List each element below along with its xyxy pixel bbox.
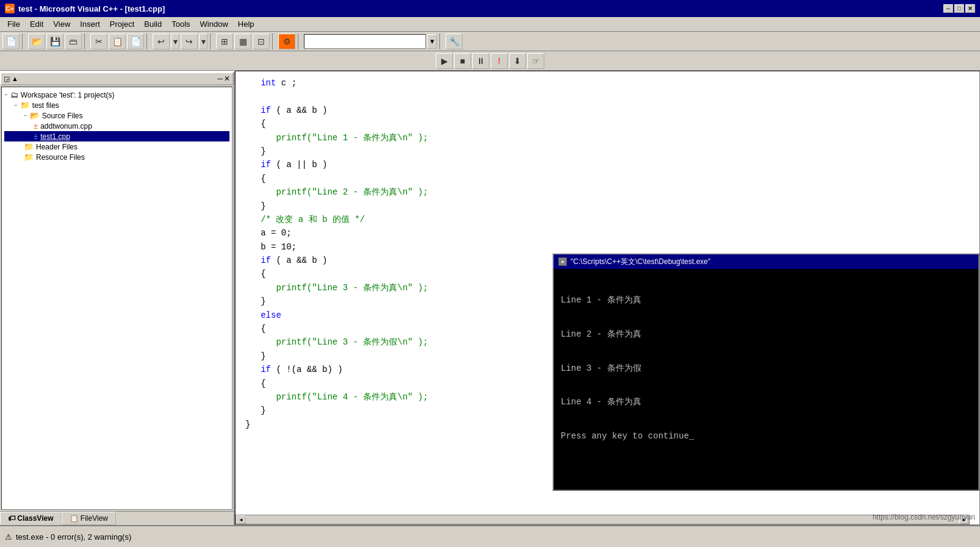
workspace-icon: 🗂 [10, 90, 18, 99]
config-dropdown[interactable] [304, 34, 426, 49]
sidebar: ◲ ▲ ─ ✕ − 🗂 Workspace 'test': 1 project(… [0, 71, 235, 525]
step-into-button[interactable]: ⬇ [509, 53, 526, 69]
workspace-label: Workspace 'test': 1 project(s) [21, 91, 115, 99]
status-icon: ⚠ [5, 532, 12, 542]
app-icon: C+ [5, 4, 15, 13]
sidebar-header: ◲ ▲ ─ ✕ [0, 72, 234, 85]
source-files-icon: 📂 [30, 111, 40, 120]
sep4 [210, 34, 214, 49]
paste-button[interactable]: 📄 [127, 34, 144, 49]
wizard-button[interactable]: 🔧 [445, 34, 463, 49]
source-files-expand: − [24, 112, 27, 119]
stop-button[interactable]: ■ [454, 53, 471, 69]
test-files-icon: 📁 [20, 101, 30, 110]
console-line3: Line 3 - 条件为假 [561, 362, 971, 376]
scroll-left[interactable]: ◄ [236, 515, 246, 524]
menu-project[interactable]: Project [105, 18, 139, 30]
sep3 [146, 34, 150, 49]
menu-view[interactable]: View [48, 18, 75, 30]
test-files-expand: − [14, 102, 18, 109]
cut-button[interactable]: ✂ [90, 34, 107, 49]
tab-fileview-icon: 📋 [70, 514, 79, 523]
sep5 [272, 34, 276, 49]
menu-insert[interactable]: Insert [75, 18, 105, 30]
search-button[interactable]: ⊡ [253, 34, 270, 49]
console-continue: Press any key to continue_ [561, 429, 971, 444]
sep2 [84, 34, 88, 49]
tab-fileview-label: FileView [81, 514, 108, 523]
test-files-item[interactable]: − 📁 test files [4, 100, 229, 110]
console-body: Line 1 - 条件为真 Line 2 - 条件为真 Line 3 - 条件为… [553, 269, 978, 490]
console-icon: ▪ [558, 257, 567, 266]
open-button[interactable]: 📂 [28, 34, 45, 49]
test1-label: test1.cpp [40, 132, 70, 141]
workspace-expand: − [4, 91, 8, 98]
menu-help[interactable]: Help [233, 18, 259, 30]
output-button[interactable]: ▦ [234, 34, 251, 49]
run-button[interactable]: ▶ [436, 53, 453, 69]
copy-button[interactable]: 📋 [109, 34, 126, 49]
test-files-label: test files [32, 101, 59, 110]
menu-tools[interactable]: Tools [167, 18, 195, 30]
console-title: "C:\Scripts\C++英文\C\test\Debug\test.exe" [571, 257, 710, 267]
sidebar-title: ◲ ▲ [4, 75, 18, 83]
title-bar: C+ test - Microsoft Visual C++ - [test1.… [0, 0, 980, 17]
tab-fileview[interactable]: 📋 FileView [62, 512, 116, 525]
header-files-label: Header Files [36, 143, 77, 151]
menu-bar: File Edit View Insert Project Build Tool… [0, 17, 980, 32]
watermark: https://blog.csdn.net/szgyunyun [873, 513, 975, 521]
header-files-item[interactable]: 📁 Header Files [4, 141, 229, 152]
test1-item[interactable]: ± test1.cpp [4, 131, 229, 141]
minimize-button[interactable]: ─ [943, 4, 953, 13]
addtwonum-label: addtwonum.cpp [40, 122, 92, 130]
console-line4: Line 4 - 条件为真 [561, 395, 971, 410]
menu-window[interactable]: Window [195, 18, 233, 30]
workspace-button[interactable]: ⊞ [216, 34, 233, 49]
addtwonum-item[interactable]: ± addtwonum.cpp [4, 121, 229, 131]
status-message: test.exe - 0 error(s), 2 warning(s) [16, 532, 131, 542]
window-title: test - Microsoft Visual C++ - [test1.cpp… [18, 4, 940, 13]
menu-file[interactable]: File [2, 18, 25, 30]
test1-icon: ± [34, 132, 38, 141]
close-button[interactable]: ✕ [965, 4, 975, 13]
break-button[interactable]: ⏸ [472, 53, 489, 69]
redo-dropdown[interactable]: ▾ [199, 34, 207, 49]
menu-edit[interactable]: Edit [25, 18, 48, 30]
undo-button[interactable]: ↩ [153, 34, 170, 49]
console-window[interactable]: ▪ "C:\Scripts\C++英文\C\test\Debug\test.ex… [552, 253, 979, 491]
status-bar: ⚠ test.exe - 0 error(s), 2 warning(s) [0, 525, 980, 547]
tab-classview-label: ClassView [17, 514, 53, 523]
undo-dropdown[interactable]: ▾ [171, 34, 179, 49]
resource-files-item[interactable]: 📁 Resource Files [4, 152, 229, 162]
compile-button[interactable]: ⚙ [278, 34, 295, 49]
save-all-button[interactable]: 🗃 [65, 34, 82, 49]
horizontal-scrollbar[interactable]: ◄ ► [236, 515, 970, 524]
new-button[interactable]: 📄 [2, 34, 20, 49]
resource-files-icon: 📁 [24, 152, 34, 162]
header-files-icon: 📁 [24, 142, 34, 151]
save-button[interactable]: 💾 [46, 34, 63, 49]
step-over-button[interactable]: ☞ [527, 53, 544, 69]
toolbar1: 📄 📂 💾 🗃 ✂ 📋 📄 ↩ ▾ ↪ ▾ ⊞ ▦ ⊡ ⚙ ▾ 🔧 [0, 32, 980, 51]
console-titlebar: ▪ "C:\Scripts\C++英文\C\test\Debug\test.ex… [553, 254, 978, 269]
source-files-item[interactable]: − 📂 Source Files [4, 110, 229, 121]
sep6 [298, 34, 301, 49]
config-dropdown-arrow[interactable]: ▾ [427, 34, 437, 49]
sidebar-minimize[interactable]: ─ [217, 74, 223, 83]
redo-button[interactable]: ↪ [181, 34, 198, 49]
sidebar-tabs: 🏷 ClassView 📋 FileView [0, 511, 234, 525]
sidebar-tree[interactable]: − 🗂 Workspace 'test': 1 project(s) − 📁 t… [1, 87, 232, 510]
addtwonum-icon: ± [34, 121, 38, 130]
sep1 [22, 34, 26, 49]
tab-classview-icon: 🏷 [8, 514, 15, 523]
sidebar-close[interactable]: ✕ [224, 74, 230, 83]
workspace-item[interactable]: − 🗂 Workspace 'test': 1 project(s) [4, 90, 229, 100]
menu-build[interactable]: Build [139, 18, 167, 30]
sep7 [439, 34, 443, 49]
tab-classview[interactable]: 🏷 ClassView [0, 512, 62, 525]
console-line2: Line 2 - 条件为真 [561, 327, 971, 342]
maximize-button[interactable]: □ [954, 4, 964, 13]
resource-files-label: Resource Files [36, 153, 85, 162]
breakpoint-button[interactable]: ! [491, 53, 508, 69]
toolbar2: ▶ ■ ⏸ ! ⬇ ☞ [0, 51, 980, 71]
